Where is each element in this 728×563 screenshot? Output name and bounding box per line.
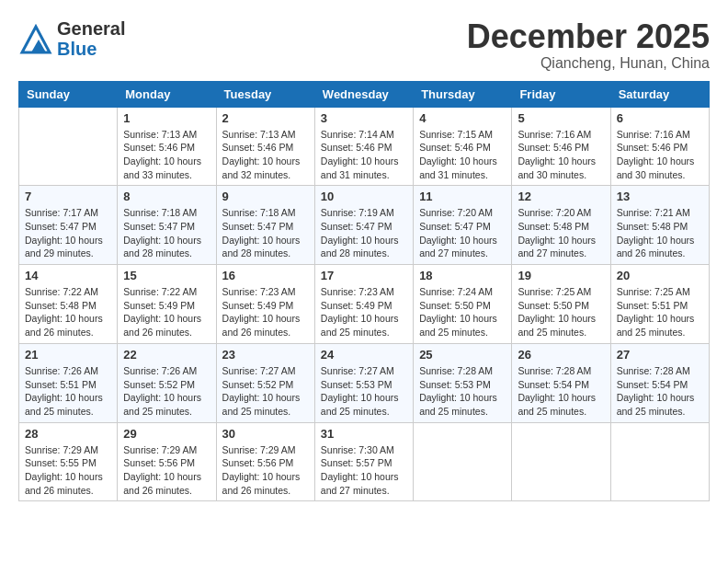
day-number: 3: [321, 111, 407, 125]
day-info: Sunrise: 7:26 AMSunset: 5:51 PMDaylight:…: [25, 364, 111, 419]
calendar-cell: 17Sunrise: 7:23 AMSunset: 5:49 PMDayligh…: [314, 265, 413, 344]
day-info: Sunrise: 7:27 AMSunset: 5:53 PMDaylight:…: [321, 364, 407, 419]
calendar-cell: 18Sunrise: 7:24 AMSunset: 5:50 PMDayligh…: [414, 265, 512, 344]
calendar-cell: 19Sunrise: 7:25 AMSunset: 5:50 PMDayligh…: [512, 265, 610, 344]
day-info: Sunrise: 7:29 AMSunset: 5:56 PMDaylight:…: [222, 443, 309, 498]
day-info: Sunrise: 7:20 AMSunset: 5:47 PMDaylight:…: [419, 206, 506, 260]
day-info: Sunrise: 7:28 AMSunset: 5:54 PMDaylight:…: [617, 364, 703, 419]
day-number: 7: [25, 190, 111, 203]
weekday-header-tuesday: Tuesday: [216, 81, 314, 107]
day-number: 24: [321, 348, 407, 362]
logo-blue: Blue: [57, 39, 125, 59]
location-title: Qiancheng, Hunan, China: [467, 55, 710, 72]
weekday-header-wednesday: Wednesday: [314, 81, 413, 107]
day-info: Sunrise: 7:18 AMSunset: 5:47 PMDaylight:…: [123, 206, 210, 260]
weekday-header-thursday: Thursday: [414, 81, 512, 107]
day-number: 12: [518, 190, 604, 203]
month-title: December 2025: [467, 18, 710, 55]
day-number: 21: [25, 348, 111, 362]
logo: General Blue: [18, 18, 125, 59]
day-number: 14: [25, 269, 111, 282]
day-number: 17: [321, 269, 407, 282]
day-number: 11: [419, 190, 506, 203]
day-number: 1: [123, 111, 210, 125]
day-number: 28: [25, 427, 111, 441]
calendar-cell: [19, 107, 118, 186]
calendar-cell: 8Sunrise: 7:18 AMSunset: 5:47 PMDaylight…: [118, 186, 216, 265]
calendar-cell: 21Sunrise: 7:26 AMSunset: 5:51 PMDayligh…: [19, 343, 118, 422]
calendar-cell: 28Sunrise: 7:29 AMSunset: 5:55 PMDayligh…: [19, 422, 118, 501]
day-info: Sunrise: 7:28 AMSunset: 5:53 PMDaylight:…: [419, 364, 506, 419]
calendar-cell: [414, 422, 512, 501]
day-number: 8: [123, 190, 210, 203]
page-header: General Blue December 2025 Qiancheng, Hu…: [18, 18, 710, 72]
day-number: 6: [617, 111, 703, 125]
calendar-cell: 12Sunrise: 7:20 AMSunset: 5:48 PMDayligh…: [512, 186, 610, 265]
calendar-cell: 30Sunrise: 7:29 AMSunset: 5:56 PMDayligh…: [216, 422, 314, 501]
day-number: 2: [222, 111, 309, 125]
calendar-cell: 3Sunrise: 7:14 AMSunset: 5:46 PMDaylight…: [314, 107, 413, 186]
day-info: Sunrise: 7:23 AMSunset: 5:49 PMDaylight:…: [222, 285, 309, 339]
logo-general: General: [57, 18, 125, 39]
weekday-header-monday: Monday: [118, 81, 216, 107]
calendar-cell: [512, 422, 610, 501]
day-info: Sunrise: 7:21 AMSunset: 5:48 PMDaylight:…: [617, 206, 703, 260]
calendar-cell: 27Sunrise: 7:28 AMSunset: 5:54 PMDayligh…: [610, 343, 709, 422]
day-info: Sunrise: 7:13 AMSunset: 5:46 PMDaylight:…: [123, 128, 210, 182]
day-number: 25: [419, 348, 506, 362]
calendar-week-4: 21Sunrise: 7:26 AMSunset: 5:51 PMDayligh…: [19, 343, 710, 422]
weekday-header-sunday: Sunday: [19, 81, 118, 107]
calendar-cell: 29Sunrise: 7:29 AMSunset: 5:56 PMDayligh…: [118, 422, 216, 501]
day-info: Sunrise: 7:15 AMSunset: 5:46 PMDaylight:…: [419, 128, 506, 182]
day-info: Sunrise: 7:20 AMSunset: 5:48 PMDaylight:…: [518, 206, 604, 260]
day-number: 13: [617, 190, 703, 203]
weekday-header-friday: Friday: [512, 81, 610, 107]
calendar-cell: 4Sunrise: 7:15 AMSunset: 5:46 PMDaylight…: [414, 107, 512, 186]
day-info: Sunrise: 7:17 AMSunset: 5:47 PMDaylight:…: [25, 206, 111, 260]
calendar-cell: 22Sunrise: 7:26 AMSunset: 5:52 PMDayligh…: [118, 343, 216, 422]
weekday-header-saturday: Saturday: [610, 81, 709, 107]
day-info: Sunrise: 7:28 AMSunset: 5:54 PMDaylight:…: [518, 364, 604, 419]
day-info: Sunrise: 7:25 AMSunset: 5:51 PMDaylight:…: [617, 285, 703, 339]
calendar-cell: 2Sunrise: 7:13 AMSunset: 5:46 PMDaylight…: [216, 107, 314, 186]
day-info: Sunrise: 7:18 AMSunset: 5:47 PMDaylight:…: [222, 206, 309, 260]
day-number: 31: [321, 427, 407, 441]
calendar-table: SundayMondayTuesdayWednesdayThursdayFrid…: [18, 81, 710, 502]
calendar-cell: 31Sunrise: 7:30 AMSunset: 5:57 PMDayligh…: [314, 422, 413, 501]
day-info: Sunrise: 7:25 AMSunset: 5:50 PMDaylight:…: [518, 285, 604, 339]
calendar-cell: 13Sunrise: 7:21 AMSunset: 5:48 PMDayligh…: [610, 186, 709, 265]
calendar-cell: 10Sunrise: 7:19 AMSunset: 5:47 PMDayligh…: [314, 186, 413, 265]
day-number: 18: [419, 269, 506, 282]
day-number: 26: [518, 348, 604, 362]
day-info: Sunrise: 7:29 AMSunset: 5:56 PMDaylight:…: [123, 443, 210, 498]
day-number: 19: [518, 269, 604, 282]
day-info: Sunrise: 7:22 AMSunset: 5:48 PMDaylight:…: [25, 285, 111, 339]
day-number: 10: [321, 190, 407, 203]
day-number: 5: [518, 111, 604, 125]
day-info: Sunrise: 7:26 AMSunset: 5:52 PMDaylight:…: [123, 364, 210, 419]
title-area: December 2025 Qiancheng, Hunan, China: [467, 18, 710, 72]
calendar-cell: 16Sunrise: 7:23 AMSunset: 5:49 PMDayligh…: [216, 265, 314, 344]
day-info: Sunrise: 7:29 AMSunset: 5:55 PMDaylight:…: [25, 443, 111, 498]
day-number: 23: [222, 348, 309, 362]
day-number: 27: [617, 348, 703, 362]
calendar-week-5: 28Sunrise: 7:29 AMSunset: 5:55 PMDayligh…: [19, 422, 710, 501]
day-number: 15: [123, 269, 210, 282]
calendar-week-3: 14Sunrise: 7:22 AMSunset: 5:48 PMDayligh…: [19, 265, 710, 344]
calendar-cell: 26Sunrise: 7:28 AMSunset: 5:54 PMDayligh…: [512, 343, 610, 422]
calendar-cell: 20Sunrise: 7:25 AMSunset: 5:51 PMDayligh…: [610, 265, 709, 344]
logo-icon: [18, 21, 53, 56]
calendar-cell: 5Sunrise: 7:16 AMSunset: 5:46 PMDaylight…: [512, 107, 610, 186]
calendar-cell: 1Sunrise: 7:13 AMSunset: 5:46 PMDaylight…: [118, 107, 216, 186]
day-info: Sunrise: 7:23 AMSunset: 5:49 PMDaylight:…: [321, 285, 407, 339]
day-info: Sunrise: 7:14 AMSunset: 5:46 PMDaylight:…: [321, 128, 407, 182]
day-number: 30: [222, 427, 309, 441]
day-number: 29: [123, 427, 210, 441]
day-number: 20: [617, 269, 703, 282]
calendar-cell: 11Sunrise: 7:20 AMSunset: 5:47 PMDayligh…: [414, 186, 512, 265]
calendar-cell: 23Sunrise: 7:27 AMSunset: 5:52 PMDayligh…: [216, 343, 314, 422]
calendar-cell: 9Sunrise: 7:18 AMSunset: 5:47 PMDaylight…: [216, 186, 314, 265]
day-info: Sunrise: 7:13 AMSunset: 5:46 PMDaylight:…: [222, 128, 309, 182]
calendar-cell: 15Sunrise: 7:22 AMSunset: 5:49 PMDayligh…: [118, 265, 216, 344]
day-number: 4: [419, 111, 506, 125]
